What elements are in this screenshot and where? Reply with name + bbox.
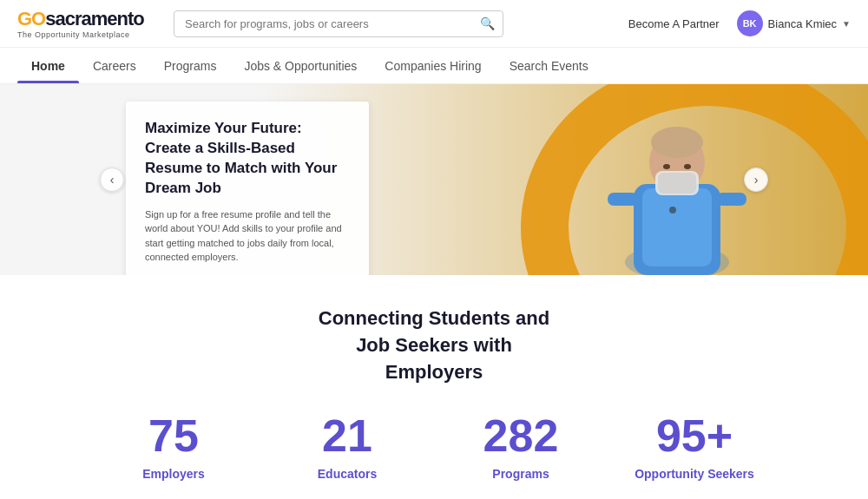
stat-employers: 75 Employers [87,411,260,480]
svg-rect-11 [716,193,746,206]
nav-item-events[interactable]: Search Events [496,49,602,83]
stats-section: Connecting Students andJob Seekers withE… [0,275,868,499]
nav-item-home[interactable]: Home [17,49,79,83]
chevron-down-icon: ▼ [842,19,851,29]
search-bar: 🔍 [174,10,503,37]
carousel-prev-button[interactable]: ‹ [100,167,124,192]
svg-point-7 [663,164,670,169]
stat-opportunity-seekers: 95+ Opportunity Seekers [608,411,781,480]
logo-text: GOsacramento [17,8,148,30]
hero-carousel: Maximize Your Future: Create a Skills-Ba… [0,84,868,275]
nav-item-careers[interactable]: Careers [79,49,150,83]
header-right: Become A Partner BK Bianca Kmiec ▼ [628,10,851,36]
nav-item-companies[interactable]: Companies Hiring [371,49,495,83]
stat-employers-number: 75 [87,411,260,461]
nav-item-jobs[interactable]: Jobs & Opportunities [230,49,371,83]
stat-programs: 282 Programs [434,411,608,480]
hero-title: Maximize Your Future: Create a Skills-Ba… [145,119,350,199]
svg-rect-10 [608,193,638,206]
search-input[interactable] [174,10,503,37]
svg-point-9 [669,207,676,213]
svg-point-8 [684,164,691,169]
person-svg [599,89,755,275]
stat-educators-number: 21 [260,411,434,461]
carousel-next-button[interactable]: › [744,167,768,192]
nav-item-programs[interactable]: Programs [150,49,231,83]
svg-rect-6 [658,173,696,194]
user-name: Bianca Kmiec [768,17,837,30]
stat-educators-label: Educators [260,467,434,481]
navigation: Home Careers Programs Jobs & Opportuniti… [0,48,868,84]
stat-educators: 21 Educators [260,411,434,480]
avatar: BK [737,10,763,36]
header: GOsacramento The Opportunity Marketplace… [0,0,868,48]
stats-row: 75 Employers 21 Educators 282 Programs 9… [17,411,851,480]
hero-description: Sign up for a free resume profile and te… [145,207,350,265]
stats-headline: Connecting Students andJob Seekers withE… [17,305,851,385]
stat-programs-label: Programs [434,467,608,481]
hero-content-box: Maximize Your Future: Create a Skills-Ba… [126,102,369,275]
stat-seekers-label: Opportunity Seekers [608,467,781,481]
svg-rect-2 [642,188,712,266]
stat-seekers-number: 95+ [608,411,781,461]
logo-subtitle: The Opportunity Marketplace [17,30,148,39]
stat-programs-number: 282 [434,411,608,461]
search-icon: 🔍 [480,16,495,30]
become-partner-link[interactable]: Become A Partner [628,17,720,30]
stat-employers-label: Employers [87,467,260,481]
user-menu[interactable]: BK Bianca Kmiec ▼ [737,10,851,36]
logo[interactable]: GOsacramento The Opportunity Marketplace [17,8,148,39]
svg-point-4 [651,127,703,158]
hero-image [590,84,764,275]
